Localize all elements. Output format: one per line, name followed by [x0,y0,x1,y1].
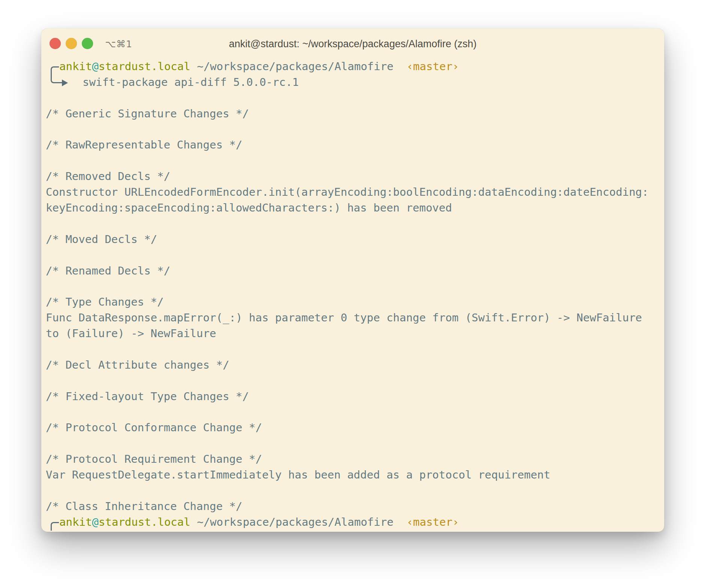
prompt-hostname: stardust.local [99,60,190,73]
output-line: /* Renamed Decls */ [46,263,660,279]
blank-line [46,279,660,294]
blank-line [46,248,660,263]
prompt-username: ankit [59,60,92,73]
git-branch: ‹master› [406,516,459,528]
output-line: /* Fixed-layout Type Changes */ [46,389,660,405]
output-text: keyEncoding:spaceEncoding:allowedCharact… [46,201,452,214]
output-text: Constructor URLEncodedFormEncoder.init(a… [46,186,648,198]
blank-line [46,122,660,138]
blank-line [46,216,660,232]
output-line: /* Type Changes */ [46,294,660,310]
prompt-line: ankit@stardust.local ~/workspace/package… [46,59,660,75]
section-header: /* Type Changes */ [46,296,164,308]
output-line: /* RawRepresentable Changes */ [46,137,660,153]
prompt-hostname: stardust.local [99,516,190,528]
output-line: /* Class Inheritance Change */ [46,499,660,514]
blank-line [46,153,660,169]
output-line: /* Generic Signature Changes */ [46,106,660,122]
prompt-cwd: ~/workspace/packages/Alamofire [190,516,393,528]
spacer [393,60,406,73]
prompt-line: ankit@stardust.local ~/workspace/package… [46,514,660,530]
section-header: /* Protocol Requirement Change */ [46,453,262,465]
section-header: /* Decl Attribute changes */ [46,358,229,371]
blank-line [46,373,660,389]
section-header: /* Renamed Decls */ [46,264,170,277]
blank-line [46,436,660,452]
output-line: /* Protocol Conformance Change */ [46,420,660,436]
git-branch: ‹master› [406,60,459,73]
prompt-cwd: ~/workspace/packages/Alamofire [190,60,393,73]
output-line: keyEncoding:spaceEncoding:allowedCharact… [46,200,660,216]
section-header: /* Class Inheritance Change */ [46,500,242,513]
terminal-window: ⌥⌘1 ankit@stardust: ~/workspace/packages… [41,28,664,532]
blank-line [46,483,660,499]
blank-line [46,90,660,106]
output-line: /* Protocol Requirement Change */ [46,452,660,467]
command-line: swift-package api-diff 5.0.0-rc.1 [46,75,660,90]
blank-line [46,405,660,420]
output-line: /* Removed Decls */ [46,169,660,184]
command-text: swift-package api-diff 5.0.0-rc.1 [83,76,299,88]
section-header: /* Moved Decls */ [46,233,157,246]
output-line: /* Decl Attribute changes */ [46,357,660,373]
window-title: ankit@stardust: ~/workspace/packages/Ala… [41,38,664,50]
section-header: /* Protocol Conformance Change */ [46,421,262,434]
section-header: /* Fixed-layout Type Changes */ [46,390,249,403]
output-text: Func DataResponse.mapError(_:) has param… [46,311,642,324]
blank-line [46,342,660,357]
prompt-bracket-icon [46,59,59,75]
prompt-username: ankit [59,516,92,528]
prompt-bracket-icon [46,514,59,530]
prompt-at-separator: @ [92,516,98,528]
output-text: Var RequestDelegate.startImmediately has… [46,468,550,481]
output-text: to (Failure) -> NewFailure [46,327,216,340]
titlebar[interactable]: ⌥⌘1 ankit@stardust: ~/workspace/packages… [41,28,664,52]
spacer [393,516,406,528]
output-line: Constructor URLEncodedFormEncoder.init(a… [46,184,660,200]
output-line: Func DataResponse.mapError(_:) has param… [46,310,660,326]
section-header: /* RawRepresentable Changes */ [46,138,242,151]
output-line: /* Moved Decls */ [46,232,660,248]
prompt-at-separator: @ [92,60,98,73]
terminal-screen[interactable]: ankit@stardust.local ~/workspace/package… [41,52,664,530]
prompt-arrow-icon [46,75,59,90]
section-header: /* Generic Signature Changes */ [46,107,249,120]
output-line: Var RequestDelegate.startImmediately has… [46,467,660,483]
output-line: to (Failure) -> NewFailure [46,326,660,342]
section-header: /* Removed Decls */ [46,170,170,183]
